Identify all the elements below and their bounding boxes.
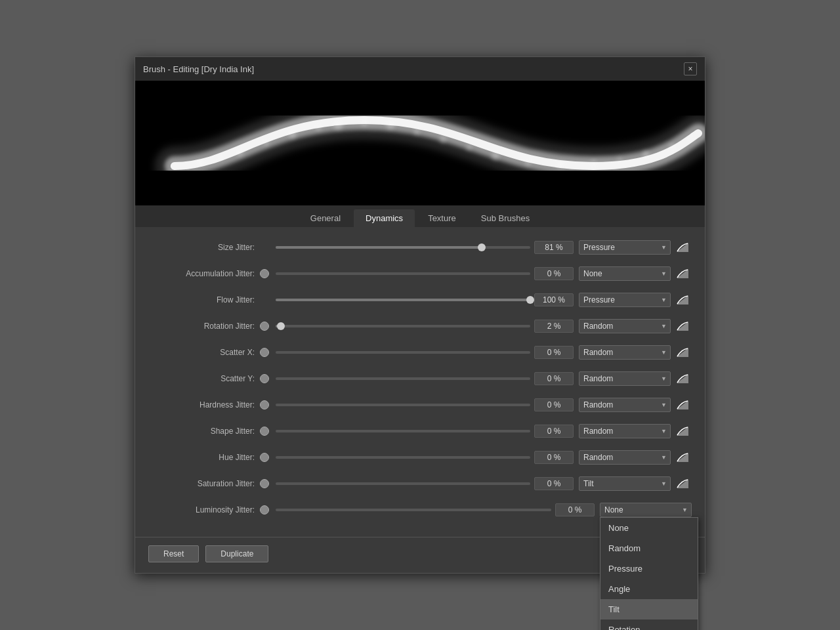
curve-button[interactable]: [673, 240, 692, 255]
slider-track[interactable]: [276, 482, 530, 485]
row-dot-button[interactable]: [260, 427, 269, 436]
slider-track[interactable]: [276, 325, 530, 327]
dropdown-wrap: NoneRandomPressureAngleTiltRotationCycli…: [579, 240, 671, 255]
slider-track[interactable]: [276, 377, 530, 380]
slider-track[interactable]: [276, 404, 530, 406]
jitter-type-dropdown[interactable]: NoneRandomPressureAngleTiltRotationCycli…: [579, 450, 671, 465]
jitter-type-dropdown[interactable]: NoneRandomPressureAngleTiltRotationCycli…: [579, 476, 671, 491]
value-display: 81 %: [534, 241, 574, 254]
dropdown-container: NoneRandomPressureAngleTiltRotationCycli…: [579, 476, 671, 491]
tab-sub-brushes[interactable]: Sub Brushes: [469, 209, 541, 227]
value-display: 0 %: [534, 477, 574, 490]
slider-track[interactable]: [276, 430, 530, 432]
svg-point-20: [690, 138, 694, 142]
svg-point-1: [198, 160, 203, 165]
curve-button[interactable]: [673, 423, 692, 439]
dropdown-container: NoneRandomPressureAngleTiltRotationCycli…: [579, 345, 671, 360]
value-display: 100 %: [534, 293, 574, 306]
dropdown-wrap: NoneRandomPressureAngleTiltRotationCycli…: [579, 476, 671, 491]
row-label: Accumulation Jitter:: [148, 269, 260, 278]
jitter-type-dropdown[interactable]: NoneRandomPressureAngleTiltRotationCycli…: [579, 398, 671, 412]
row-label: Size Jitter:: [148, 243, 260, 252]
curve-button[interactable]: [673, 292, 692, 308]
dynamics-row: Rotation Jitter:2 %NoneRandomPressureAng…: [148, 316, 692, 336]
jitter-type-dropdown[interactable]: NoneRandomPressureAngleTiltRotationCycli…: [579, 345, 671, 360]
jitter-type-dropdown[interactable]: NoneRandomPressureAngleTiltRotationCycli…: [579, 293, 671, 307]
dynamics-row: Flow Jitter:100 %NoneRandomPressureAngle…: [148, 290, 692, 310]
row-dot-button[interactable]: [260, 269, 269, 278]
jitter-type-dropdown[interactable]: NoneRandomPressureAngleTiltRotationCycli…: [579, 371, 671, 386]
curve-button[interactable]: [673, 266, 692, 282]
row-dot-button[interactable]: [260, 322, 269, 331]
dropdown-container: NoneRandomPressureAngleTiltRotationCycli…: [579, 240, 671, 255]
jitter-type-dropdown[interactable]: NoneRandomPressureAngleTiltRotationCycli…: [600, 503, 692, 517]
dynamics-row: Shape Jitter:0 %NoneRandomPressureAngleT…: [148, 421, 692, 441]
dropdown-wrap: NoneRandomPressureAngleTiltRotationCycli…: [579, 450, 671, 465]
dropdown-container: NoneRandomPressureAngleTiltRotationCycli…: [579, 266, 671, 281]
value-display: 0 %: [534, 372, 574, 385]
duplicate-button[interactable]: Duplicate: [205, 545, 268, 562]
dropdown-wrap: NoneRandomPressureAngleTiltRotationCycli…: [579, 319, 671, 333]
curve-button[interactable]: [673, 397, 692, 413]
dropdown-container: NoneRandomPressureAngleTiltRotationCycli…: [579, 398, 671, 412]
slider-track[interactable]: [276, 272, 530, 275]
dropdown-menu-item[interactable]: Pressure: [600, 558, 698, 579]
curve-button[interactable]: [673, 450, 692, 465]
dropdown-menu-item[interactable]: Random: [600, 538, 698, 558]
dropdown-menu-item[interactable]: None: [600, 518, 698, 538]
dropdown-wrap: NoneRandomPressureAngleTiltRotationCycli…: [579, 293, 671, 307]
svg-point-5: [288, 131, 296, 138]
jitter-type-dropdown[interactable]: NoneRandomPressureAngleTiltRotationCycli…: [579, 424, 671, 438]
dropdown-container: NoneRandomPressureAngleTiltRotationCycli…: [579, 293, 671, 307]
slider-thumb[interactable]: [277, 322, 285, 330]
tab-dynamics[interactable]: Dynamics: [354, 209, 415, 227]
curve-button[interactable]: [673, 371, 692, 387]
svg-point-19: [669, 144, 675, 149]
dropdown-menu-item[interactable]: Tilt: [600, 599, 698, 620]
row-dot-button[interactable]: [260, 505, 269, 514]
brush-preview: [135, 81, 705, 205]
slider-thumb[interactable]: [526, 296, 534, 304]
tab-general[interactable]: General: [299, 209, 352, 227]
tab-texture[interactable]: Texture: [416, 209, 468, 227]
svg-point-10: [414, 129, 419, 135]
row-dot-button[interactable]: [260, 453, 269, 462]
curve-button[interactable]: [673, 476, 692, 492]
dropdown-wrap: NoneRandomPressureAngleTiltRotationCycli…: [600, 503, 692, 517]
slider-track[interactable]: [276, 509, 551, 511]
slider-track[interactable]: [276, 456, 530, 459]
value-display: 0 %: [534, 425, 574, 438]
svg-point-16: [591, 160, 596, 165]
slider-track[interactable]: [276, 351, 530, 354]
slider-track[interactable]: [276, 299, 530, 301]
dropdown-menu-item[interactable]: Angle: [600, 579, 698, 599]
row-dot-button[interactable]: [260, 479, 269, 488]
dropdown-menu-item[interactable]: Rotation: [600, 620, 698, 630]
slider-fill: [276, 246, 482, 249]
svg-point-18: [642, 151, 649, 158]
title-bar: Brush - Editing [Dry India Ink] ×: [135, 57, 705, 81]
dropdown-container: NoneRandomPressureAngleTiltRotationCycli…: [600, 503, 692, 517]
slider-thumb[interactable]: [478, 243, 486, 251]
jitter-type-dropdown[interactable]: NoneRandomPressureAngleTiltRotationCycli…: [579, 266, 671, 281]
curve-button[interactable]: [673, 318, 692, 334]
row-label: Flow Jitter:: [148, 295, 260, 304]
slider-track[interactable]: [276, 246, 530, 249]
row-dot-button[interactable]: [260, 374, 269, 383]
dynamics-row: Scatter X:0 %NoneRandomPressureAngleTilt…: [148, 343, 692, 362]
row-dot-button[interactable]: [260, 348, 269, 357]
curve-button[interactable]: [673, 345, 692, 360]
svg-point-12: [467, 145, 472, 150]
svg-point-2: [219, 156, 222, 160]
svg-point-17: [618, 158, 621, 161]
dynamics-row: Accumulation Jitter:0 %NoneRandomPressur…: [148, 264, 692, 284]
row-dot-button[interactable]: [260, 400, 269, 410]
close-button[interactable]: ×: [684, 62, 697, 75]
svg-point-14: [526, 160, 531, 165]
jitter-type-dropdown[interactable]: NoneRandomPressureAngleTiltRotationCycli…: [579, 319, 671, 333]
dynamics-row: Luminosity Jitter:0 %NoneRandomPressureA…: [148, 500, 692, 520]
svg-point-15: [558, 161, 564, 168]
jitter-type-dropdown[interactable]: NoneRandomPressureAngleTiltRotationCycli…: [579, 240, 671, 255]
reset-button[interactable]: Reset: [148, 545, 199, 562]
dynamics-row: Saturation Jitter:0 %NoneRandomPressureA…: [148, 474, 692, 494]
